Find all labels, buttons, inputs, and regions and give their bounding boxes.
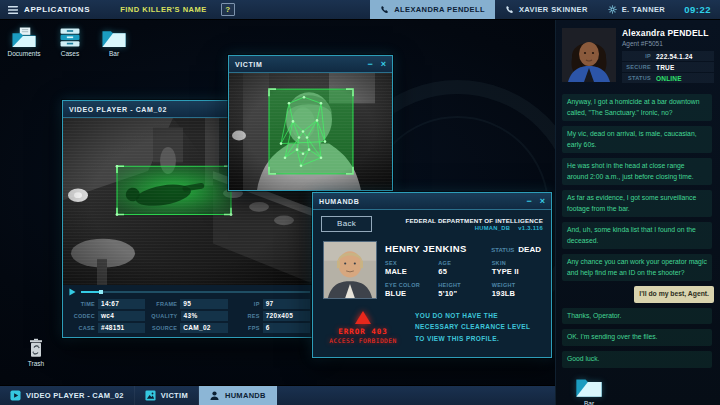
icon-label: Bar <box>109 50 119 57</box>
trash-label: Trash <box>28 360 44 367</box>
chat-message: He was shot in the head at close range a… <box>562 158 712 185</box>
help-button[interactable]: ? <box>221 3 235 16</box>
top-menu-bar: APPLICATIONS Find killer's name ? ALEXAN… <box>0 0 720 20</box>
desktop-icon-bar[interactable]: Bar <box>92 27 136 57</box>
trash-icon[interactable]: Trash <box>16 338 56 367</box>
victim-face-scene <box>229 73 392 190</box>
contact-tab-xavier-skinner[interactable]: XAVIER SKINNER <box>495 0 598 19</box>
play-button[interactable] <box>69 288 76 296</box>
chat-message-player: I'll do my best, Agent. <box>634 286 714 303</box>
attachment-folder-bar[interactable]: Bar <box>566 375 612 405</box>
contact-name: XAVIER SKINNER <box>519 5 588 14</box>
field-sex: SEXMALE <box>385 260 434 276</box>
profile-photo <box>323 241 377 299</box>
hamburger-menu-icon <box>8 6 18 14</box>
chat-sidebar: Alexandra PENDELL Agent #F5051 IP 222.54… <box>555 20 720 405</box>
icon-label: Cases <box>61 50 79 57</box>
warning-triangle-icon <box>355 311 371 324</box>
minimize-icon[interactable]: − <box>526 196 531 206</box>
chat-message: My vic, dead on arrival, is male, caucas… <box>562 126 712 153</box>
bar-folder-icon <box>101 27 127 48</box>
person-icon <box>209 390 220 401</box>
field-eye-color: EYE COLORBLUE <box>385 282 434 298</box>
back-button[interactable]: Back <box>321 216 372 232</box>
henry-jenkins-portrait <box>324 242 376 298</box>
chat-message: And, uh, some kinda list that I found on… <box>562 222 712 249</box>
topbar-spacer <box>235 0 370 19</box>
stat-time: TIME14:67 <box>69 299 145 309</box>
window-title: VIDEO PLAYER - CAM_02 <box>69 106 167 113</box>
error-code: ERROR 403 <box>338 327 388 336</box>
video-controls-panel: TIME14:67 FRAME95 IP97 CODECwc4 QUALITY4… <box>63 285 316 337</box>
info-row-secure: SECURE TRUE <box>622 62 714 72</box>
taskbar: VIDEO PLAYER - CAM_02 VICTIM HUMANDB <box>0 385 555 405</box>
victim-titlebar[interactable]: VICTIM − × <box>229 56 392 73</box>
contact-name: Alexandra PENDELL <box>622 28 714 38</box>
profile-section: Henry JENKINS STATUS DEAD SEXMALE AGE65 … <box>313 237 551 299</box>
info-row-status: STATUS ONLINE <box>622 73 714 83</box>
humandb-titlebar[interactable]: HUMANDB − × <box>313 193 551 210</box>
stat-quality: QUALITY43% <box>151 311 227 321</box>
stat-fps: FPS6 <box>234 323 310 333</box>
taskbar-item-label: VIDEO PLAYER - CAM_02 <box>26 391 124 400</box>
minimize-icon[interactable]: − <box>367 59 372 69</box>
objective-label: Find killer's name <box>120 0 207 19</box>
department-header: FEDERAL DEPARTMENT OF INTELLIGENCE HUMAN… <box>405 217 543 231</box>
icon-label: Documents <box>8 50 41 57</box>
stat-source: SOURCECAM_02 <box>151 323 227 333</box>
taskbar-item-label: HUMANDB <box>225 391 266 400</box>
error-title: ACCESS FORBIDDEN <box>329 337 397 344</box>
phone-icon <box>505 5 514 14</box>
applications-menu[interactable]: APPLICATIONS <box>0 0 98 19</box>
face-tracking-overlay <box>269 89 353 174</box>
stat-frame: FRAME95 <box>151 299 227 309</box>
victim-window: VICTIM − × <box>228 55 393 191</box>
contact-name: ALEXANDRA PENDELL <box>394 5 485 14</box>
humandb-window: HUMANDB − × Back FEDERAL DEPARTMENT OF I… <box>312 192 552 358</box>
chat-message: As far as evidence, I got some surveilla… <box>562 190 712 217</box>
stat-res: RES720x405 <box>234 311 310 321</box>
close-icon[interactable]: × <box>381 59 386 69</box>
progress-handle[interactable] <box>99 290 103 294</box>
profile-details: Henry JENKINS STATUS DEAD SEXMALE AGE65 … <box>385 241 541 299</box>
error-badge: ERROR 403 ACCESS FORBIDDEN <box>323 311 403 344</box>
profile-name: Henry JENKINS <box>385 243 467 254</box>
contact-tab-e-tanner[interactable]: E. TANNER <box>598 0 675 19</box>
folder-icon <box>575 375 603 398</box>
video-progress-bar[interactable] <box>81 291 310 293</box>
clock: 09:22 <box>675 0 720 19</box>
field-age: AGE65 <box>438 260 487 276</box>
documents-folder-icon <box>11 27 37 48</box>
department-name: FEDERAL DEPARTMENT OF INTELLIGENCE <box>405 217 543 224</box>
desktop-icon-cases[interactable]: Cases <box>48 27 92 57</box>
info-row-ip: IP 222.54.1.24 <box>622 51 714 61</box>
chat-message: OK. I'm sending over the files. <box>562 329 712 346</box>
chat-message: Any chance you can work your operator ma… <box>562 254 712 281</box>
status-value: DEAD <box>518 245 541 254</box>
contact-photo <box>562 28 616 82</box>
taskbar-item-label: VICTIM <box>161 391 188 400</box>
window-title: VICTIM <box>235 61 262 68</box>
game-screen: APPLICATIONS Find killer's name ? ALEXAN… <box>0 0 720 405</box>
stat-case: CASE#48151 <box>69 323 145 333</box>
app-name: HUMAN_DB <box>475 225 511 231</box>
taskbar-item-humandb[interactable]: HUMANDB <box>199 386 277 405</box>
humandb-toolbar: Back FEDERAL DEPARTMENT OF INTELLIGENCE … <box>313 210 551 237</box>
attachment-label: Bar <box>584 400 594 405</box>
window-title: HUMANDB <box>319 198 359 205</box>
chat-message: Anyway, I got a homicide at a bar downto… <box>562 94 712 121</box>
phone-icon <box>380 5 389 14</box>
contact-tab-alexandra-pendell[interactable]: ALEXANDRA PENDELL <box>370 0 495 19</box>
chat-message: Good luck. <box>562 351 712 368</box>
video-metadata-grid: TIME14:67 FRAME95 IP97 CODECwc4 QUALITY4… <box>69 299 310 333</box>
victim-image-canvas <box>229 73 392 190</box>
stat-codec: CODECwc4 <box>69 311 145 321</box>
field-skin: SKINTYPE II <box>492 260 541 276</box>
desktop-icon-documents[interactable]: Documents <box>2 27 46 57</box>
field-weight: WEIGHT193LB <box>492 282 541 298</box>
taskbar-item-video-player[interactable]: VIDEO PLAYER - CAM_02 <box>0 386 135 405</box>
progress-fill <box>81 291 99 293</box>
applications-label: APPLICATIONS <box>24 5 90 14</box>
close-icon[interactable]: × <box>540 196 545 206</box>
taskbar-item-victim[interactable]: VICTIM <box>135 386 199 405</box>
